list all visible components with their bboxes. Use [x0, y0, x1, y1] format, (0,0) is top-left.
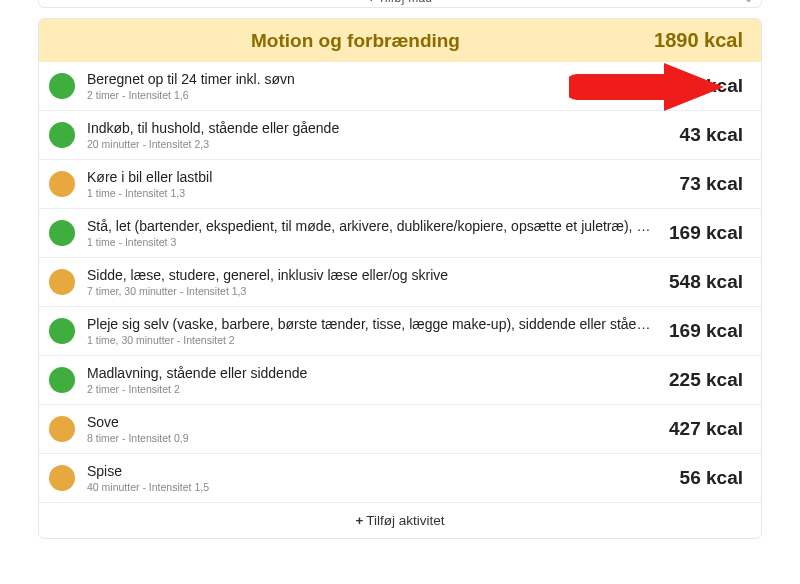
- add-activity-button[interactable]: +Tilføj aktivitet: [39, 502, 761, 538]
- activity-title: Pleje sig selv (vaske, barbere, børste t…: [87, 316, 653, 332]
- plus-icon: +: [368, 0, 375, 5]
- activity-title: Beregnet op til 24 timer inkl. søvn: [87, 71, 653, 87]
- activity-row[interactable]: Beregnet op til 24 timer inkl. søvn2 tim…: [39, 62, 761, 110]
- activity-kcal: 225 kcal: [653, 369, 743, 391]
- exercise-header-title: Motion og forbrænding: [57, 30, 654, 52]
- activity-title: Stå, let (bartender, ekspedient, til mød…: [87, 218, 653, 234]
- activity-kcal: 169 kcal: [653, 222, 743, 244]
- intensity-dot-icon: [49, 269, 75, 295]
- activity-title: Indkøb, til hushold, stående eller gåend…: [87, 120, 664, 136]
- activity-text: Pleje sig selv (vaske, barbere, børste t…: [87, 316, 653, 346]
- activity-row[interactable]: Pleje sig selv (vaske, barbere, børste t…: [39, 306, 761, 355]
- activity-list: Beregnet op til 24 timer inkl. søvn2 tim…: [39, 62, 761, 502]
- activity-subtitle: 1 time - Intensitet 3: [87, 236, 653, 248]
- activity-title: Spise: [87, 463, 664, 479]
- activity-kcal: 548 kcal: [653, 271, 743, 293]
- activity-title: Sove: [87, 414, 653, 430]
- activity-row[interactable]: Sove8 timer - Intensitet 0,9427 kcal: [39, 404, 761, 453]
- activity-kcal: 169 kcal: [653, 320, 743, 342]
- activity-text: Stå, let (bartender, ekspedient, til mød…: [87, 218, 653, 248]
- activity-kcal: 73 kcal: [664, 173, 743, 195]
- exercise-header-total: 1890 kcal: [654, 29, 743, 52]
- add-activity-label: Tilføj aktivitet: [366, 513, 444, 528]
- activity-subtitle: 1 time - Intensitet 1,3: [87, 187, 664, 199]
- activity-kcal: 43 kcal: [664, 124, 743, 146]
- activity-row[interactable]: Sidde, læse, studere, generel, inklusiv …: [39, 257, 761, 306]
- activity-row[interactable]: Madlavning, stående eller siddende2 time…: [39, 355, 761, 404]
- exercise-header: Motion og forbrænding 1890 kcal: [39, 19, 761, 62]
- activity-kcal: 427 kcal: [653, 418, 743, 440]
- intensity-dot-icon: [49, 465, 75, 491]
- activity-title: Sidde, læse, studere, generel, inklusiv …: [87, 267, 653, 283]
- activity-subtitle: 40 minutter - Intensitet 1,5: [87, 481, 664, 493]
- activity-title: Køre i bil eller lastbil: [87, 169, 664, 185]
- activity-text: Sove8 timer - Intensitet 0,9: [87, 414, 653, 444]
- activity-row[interactable]: Spise40 minutter - Intensitet 1,556 kcal: [39, 453, 761, 502]
- activity-kcal: 180 kcal: [653, 75, 743, 97]
- activity-row[interactable]: Stå, let (bartender, ekspedient, til mød…: [39, 208, 761, 257]
- intensity-dot-icon: [49, 122, 75, 148]
- activity-subtitle: 2 timer - Intensitet 1,6: [87, 89, 653, 101]
- intensity-dot-icon: [49, 318, 75, 344]
- activity-row[interactable]: Køre i bil eller lastbil1 time - Intensi…: [39, 159, 761, 208]
- intensity-dot-icon: [49, 220, 75, 246]
- exercise-card: Motion og forbrænding 1890 kcal Beregnet…: [38, 18, 762, 539]
- add-food-label: +Tilføj mad: [61, 0, 739, 5]
- activity-subtitle: 1 time, 30 minutter - Intensitet 2: [87, 334, 653, 346]
- activity-subtitle: 2 timer - Intensitet 2: [87, 383, 653, 395]
- intensity-dot-icon: [49, 367, 75, 393]
- plus-icon: +: [355, 513, 363, 528]
- intensity-dot-icon: [49, 416, 75, 442]
- activity-text: Beregnet op til 24 timer inkl. søvn2 tim…: [87, 71, 653, 101]
- activity-text: Indkøb, til hushold, stående eller gåend…: [87, 120, 664, 150]
- intensity-dot-icon: [49, 73, 75, 99]
- intensity-dot-icon: [49, 171, 75, 197]
- activity-text: Sidde, læse, studere, generel, inklusiv …: [87, 267, 653, 297]
- activity-subtitle: 8 timer - Intensitet 0,9: [87, 432, 653, 444]
- activity-row[interactable]: Indkøb, til hushold, stående eller gåend…: [39, 110, 761, 159]
- add-food-bar[interactable]: +Tilføj mad ⌄: [38, 0, 762, 8]
- activity-text: Madlavning, stående eller siddende2 time…: [87, 365, 653, 395]
- activity-subtitle: 20 minutter - Intensitet 2,3: [87, 138, 664, 150]
- activity-text: Køre i bil eller lastbil1 time - Intensi…: [87, 169, 664, 199]
- activity-text: Spise40 minutter - Intensitet 1,5: [87, 463, 664, 493]
- activity-title: Madlavning, stående eller siddende: [87, 365, 653, 381]
- expand-icon[interactable]: ⌄: [739, 0, 753, 5]
- activity-subtitle: 7 timer, 30 minutter - Intensitet 1,3: [87, 285, 653, 297]
- activity-kcal: 56 kcal: [664, 467, 743, 489]
